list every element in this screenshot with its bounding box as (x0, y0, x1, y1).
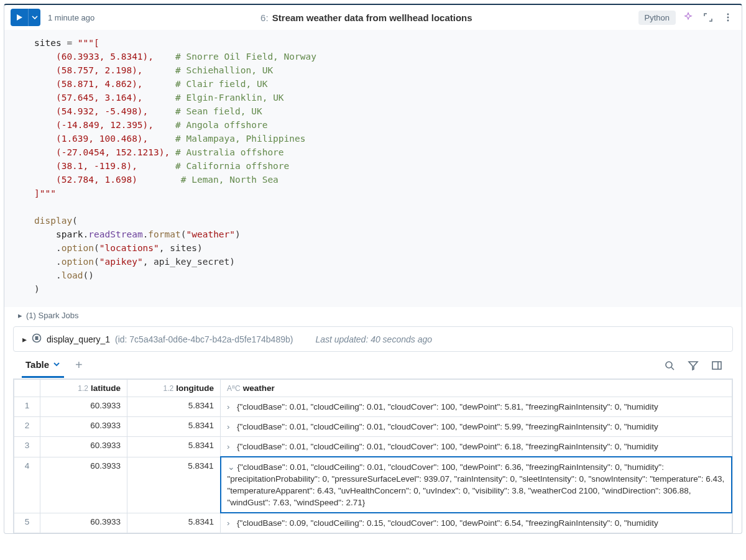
cell-number: 6: (260, 12, 269, 23)
cell-longitude: 5.8341 (127, 397, 221, 417)
col-weather[interactable]: AᴮCweather (221, 380, 732, 397)
run-menu-caret[interactable] (28, 9, 40, 26)
table-row[interactable]: 460.39335.8341⌄{"cloudBase": 0.01, "clou… (14, 457, 732, 513)
table-row[interactable]: 360.39335.8341›{"cloudBase": 0.01, "clou… (14, 437, 732, 457)
spark-jobs-label: (1) Spark Jobs (26, 311, 79, 320)
panel-icon[interactable] (709, 358, 724, 373)
search-icon[interactable] (662, 358, 677, 373)
cell-weather[interactable]: ›{"cloudBase": 0.01, "cloudCeiling": 0.0… (221, 397, 732, 417)
cell-latitude: 60.3933 (40, 513, 127, 533)
svg-marker-8 (689, 362, 698, 370)
chevron-right-icon: ▸ (18, 311, 22, 320)
kebab-menu-icon[interactable] (721, 10, 735, 25)
assistant-icon[interactable] (681, 10, 696, 25)
svg-rect-5 (35, 336, 39, 340)
cell-longitude: 5.8341 (127, 513, 221, 533)
chevron-right-icon: ▸ (22, 334, 27, 344)
col-latitude[interactable]: 1.2latitude (40, 380, 127, 397)
query-id: (id: 7c5a43af-0d6e-4bc7-b42a-d5fe174b489… (115, 334, 293, 344)
cell-weather[interactable]: ›{"cloudBase": 0.01, "cloudCeiling": 0.0… (221, 437, 732, 457)
cell-title-text: Stream weather data from wellhead locati… (272, 12, 472, 23)
cell-weather[interactable]: ⌄{"cloudBase": 0.01, "cloudCeiling": 0.0… (221, 457, 732, 513)
tab-label: Table (25, 359, 49, 370)
cell-longitude: 5.8341 (127, 417, 221, 437)
cell-latitude: 60.3933 (40, 457, 127, 513)
row-index: 5 (14, 513, 40, 533)
cell-latitude: 60.3933 (40, 437, 127, 457)
run-button[interactable] (11, 9, 40, 26)
language-badge[interactable]: Python (638, 11, 676, 25)
spark-jobs-toggle[interactable]: ▸ (1) Spark Jobs (4, 307, 742, 324)
cell-header: 1 minute ago 6: Stream weather data from… (4, 5, 742, 30)
expand-row-icon[interactable]: › (227, 517, 234, 529)
svg-point-1 (727, 14, 729, 16)
chevron-down-icon[interactable] (53, 359, 60, 370)
code-editor[interactable]: sites = """[ (60.3933, 5.8341), # Snorre… (4, 30, 742, 307)
cell-longitude: 5.8341 (127, 437, 221, 457)
results-table-container: 1.2latitude 1.2longitude AᴮCweather 160.… (13, 379, 733, 533)
svg-point-2 (727, 17, 729, 19)
svg-point-6 (666, 362, 672, 368)
stream-status-icon (32, 333, 42, 345)
query-info-bar[interactable]: ▸ display_query_1 (id: 7c5a43af-0d6e-4bc… (13, 326, 733, 352)
row-index: 4 (14, 457, 40, 513)
play-icon (11, 9, 28, 26)
svg-point-3 (727, 20, 729, 22)
tab-table[interactable]: Table (22, 353, 64, 378)
table-row[interactable]: 260.39335.8341›{"cloudBase": 0.01, "clou… (14, 417, 732, 437)
cell-latitude: 60.3933 (40, 417, 127, 437)
expand-row-icon[interactable]: › (227, 441, 234, 452)
query-updated: Last updated: 40 seconds ago (315, 334, 432, 344)
table-row[interactable]: 560.39335.8341›{"cloudBase": 0.09, "clou… (14, 513, 732, 533)
table-row[interactable]: 160.39335.8341›{"cloudBase": 0.01, "clou… (14, 397, 732, 417)
row-index: 2 (14, 417, 40, 437)
add-tab-button[interactable]: + (70, 358, 88, 372)
output-tabs: Table + (13, 352, 733, 379)
cell-weather[interactable]: ›{"cloudBase": 0.09, "cloudCeiling": 0.1… (221, 513, 732, 533)
svg-line-7 (671, 367, 674, 370)
row-index: 1 (14, 397, 40, 417)
execution-time: 1 minute ago (48, 13, 94, 22)
expand-row-icon[interactable]: › (227, 421, 234, 433)
query-name: display_query_1 (47, 334, 110, 344)
cell-weather[interactable]: ›{"cloudBase": 0.01, "cloudCeiling": 0.0… (221, 417, 732, 437)
expand-icon[interactable] (701, 10, 716, 25)
col-longitude[interactable]: 1.2longitude (127, 380, 221, 397)
notebook-cell: 1 minute ago 6: Stream weather data from… (4, 4, 742, 534)
col-index[interactable] (14, 380, 40, 397)
svg-marker-0 (17, 14, 22, 21)
svg-rect-9 (712, 362, 721, 369)
cell-title: 6: Stream weather data from wellhead loc… (99, 12, 633, 23)
expand-row-icon[interactable]: › (227, 401, 234, 413)
cell-longitude: 5.8341 (127, 457, 221, 513)
row-index: 3 (14, 437, 40, 457)
results-table: 1.2latitude 1.2longitude AᴮCweather 160.… (14, 379, 732, 533)
cell-latitude: 60.3933 (40, 397, 127, 417)
expand-row-icon[interactable]: ⌄ (228, 461, 235, 473)
filter-icon[interactable] (686, 358, 701, 373)
